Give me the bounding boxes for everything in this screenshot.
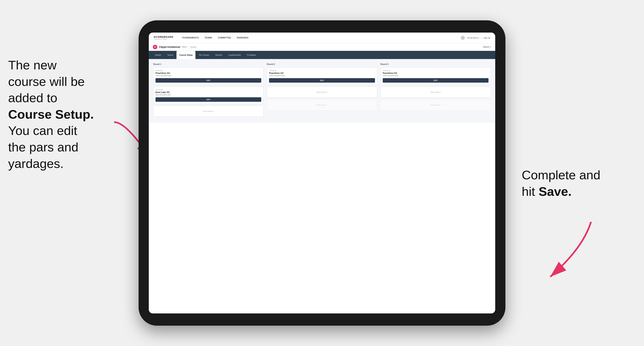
annotation-line2: course will be [8,74,85,89]
round1-course-b-card: ⋮ (Course B) East Lake GC Black (M) (689… [153,86,264,104]
annotation-right-bold: Save. [539,184,572,198]
arrow-right-icon [530,216,599,285]
tab-details[interactable]: Details [152,51,164,59]
user-avatar [461,36,465,40]
round1-course-b-name: East Lake GC [156,91,261,93]
tablet-device: SCOREBOARD Powered by clippd TOURNAMENTS… [138,20,506,326]
round2-course-a-edit-button[interactable]: Edit [269,78,375,83]
round-2-column: Round 2 ⋮ (Course A) Peachtree GC Yellow… [267,63,377,119]
round3-course-a-card: ⋮ (Course A) Peachtree GC Yellow (M) (66… [380,67,491,85]
round3-course-a-label: (Course A) [383,70,488,71]
course-a-menu-icon[interactable]: ⋮ [259,69,262,72]
round-1-column: Round 1 ⋮ (Course A) Peachtree GC Yellow… [153,63,264,119]
logo-subtitle: Powered by clippd [154,38,174,40]
round3-add-course-disabled-label: Add Course + [430,104,441,106]
round2-course-a-label: (Course A) [269,70,375,71]
round2-add-course-disabled: Add Course + [267,99,377,111]
round-1-title: Round 1 [153,63,264,65]
round2-course-a-name: Peachtree GC [269,72,375,74]
annotation-right: Complete and hit Save. [522,167,628,200]
round1-course-a-detail: Yellow (M) (6629 yds) [156,75,261,77]
tab-results[interactable]: Results [212,51,225,59]
sign-out-link[interactable]: Sign out [484,37,490,39]
tab-printables[interactable]: Printables [244,51,259,59]
annotation-bold: Course Setup. [8,107,94,121]
nav-separator: | [481,37,482,39]
rounds-grid: Round 1 ⋮ (Course A) Peachtree GC Yellow… [153,63,491,119]
round2-add-course-disabled-label: Add Course + [316,104,328,106]
annotation-right-line1: Complete and [522,168,600,182]
annotation-line1: The new [8,58,57,72]
round1-course-a-card: ⋮ (Course A) Peachtree GC Yellow (M) (66… [153,67,264,85]
round3-add-course-button[interactable]: Add Course + [380,86,491,98]
round2-add-course-button[interactable]: Add Course + [267,86,377,98]
main-content: Round 1 ⋮ (Course A) Peachtree GC Yellow… [149,59,495,123]
nav-teams[interactable]: TEAMS [202,32,215,43]
top-navigation: SCOREBOARD Powered by clippd TOURNAMENTS… [149,32,495,43]
sub-header-left: C Clippd Invitational (Men) Hosting [153,45,196,49]
annotation-line5: You can edit [8,124,77,138]
tournament-gender: (Men) [182,46,187,48]
round1-course-b-label: (Course B) [156,89,261,91]
round1-course-a-name: Peachtree GC [156,72,261,74]
round-3-column: Round 3 ⋮ (Course A) Peachtree GC Yellow… [380,63,491,119]
round3-course-a-edit-button[interactable]: Edit [383,78,488,83]
round2-course-a-menu-icon[interactable]: ⋮ [372,69,376,72]
annotation-left: The new course will be added to Course S… [8,57,126,172]
scoreboard-logo: SCOREBOARD Powered by clippd [154,36,174,40]
clippd-logo: C [153,45,157,49]
annotation-line7: yardages. [8,157,64,171]
round1-course-b-detail: Black (M) (6891 yds) [156,94,261,96]
sub-header: C Clippd Invitational (Men) Hosting Canc… [149,43,495,51]
tab-course-setup[interactable]: Course Setup [176,51,196,59]
annotation-right-line2: hit [522,184,539,198]
nav-committee[interactable]: COMMITTEE [215,32,234,43]
round1-add-course-label: Add Course + [203,110,214,112]
round3-course-a-detail: Yellow (M) (6629 yds) [383,75,488,77]
nav-links: TOURNAMENTS TEAMS COMMITTEE RANKINGS [179,32,461,43]
round1-add-course-button[interactable]: Add Course + [153,106,264,117]
tab-leaderboards[interactable]: Leaderboards [226,51,244,59]
nav-tournaments[interactable]: TOURNAMENTS [179,32,202,43]
annotation-line3: added to [8,91,57,105]
cancel-button[interactable]: Cancel × [483,46,491,48]
user-email: blair@clippd.io [467,37,479,39]
round2-add-course-label: Add Course + [316,91,328,93]
round2-course-a-card: ⋮ (Course A) Peachtree GC Yellow (M) (66… [267,67,377,85]
tournament-name: Clippd Invitational [159,46,180,48]
tab-teams[interactable]: Teams [164,51,176,59]
round1-course-a-edit-button[interactable]: Edit [156,78,261,83]
nav-rankings[interactable]: RANKINGS [234,32,251,43]
logo-title: SCOREBOARD [154,36,174,38]
round3-course-a-menu-icon[interactable]: ⋮ [486,69,489,72]
round3-add-course-label: Add Course + [430,91,441,93]
tab-tee-groups[interactable]: Tee Groups [196,51,212,59]
annotation-line6: the pars and [8,140,78,154]
round3-add-course-disabled: Add Course + [380,99,491,111]
round1-course-a-label: (Course A) [156,70,261,71]
round2-course-a-detail: Yellow (M) (6629 yds) [269,75,375,77]
course-b-menu-icon[interactable]: ⋮ [259,88,262,91]
round3-course-a-name: Peachtree GC [383,72,488,74]
nav-right: blair@clippd.io | Sign out [461,36,490,40]
tab-bar: Details Teams Course Setup Tee Groups Re… [149,51,495,59]
round1-course-b-edit-button[interactable]: Edit [156,97,261,102]
hosting-badge: Hosting [190,46,196,48]
tablet-screen: SCOREBOARD Powered by clippd TOURNAMENTS… [149,32,495,314]
round-2-title: Round 2 [267,63,377,65]
round-3-title: Round 3 [380,63,491,65]
